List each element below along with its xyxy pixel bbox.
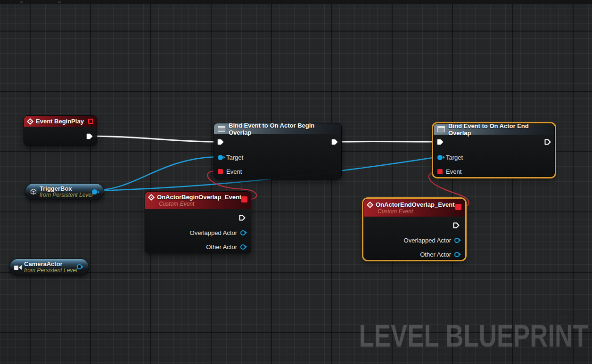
camera-icon — [14, 264, 22, 271]
other-actor-pin[interactable] — [454, 252, 460, 257]
top-edge-bar — [0, 0, 592, 4]
overlapped-actor-pin[interactable] — [240, 230, 246, 235]
trigger-box-icon — [30, 188, 37, 196]
node-title: Bind Event to On Actor Begin Overlap — [229, 122, 337, 136]
target-pin[interactable] — [437, 155, 443, 160]
exec-in-pin[interactable] — [437, 139, 444, 145]
node-title: OnActorEndOverlap_Event — [376, 201, 455, 208]
node-triggerbox-reference[interactable]: TriggerBox from Persistent Level — [25, 183, 104, 200]
node-subtitle: from Persistent Level — [24, 267, 77, 274]
pin-label: Event — [446, 168, 461, 175]
pin-label: Overlapped Actor — [190, 229, 237, 236]
node-subtitle: Custom Event — [378, 209, 461, 215]
pin-label: Other Actor — [420, 251, 451, 258]
node-bind-event-begin-overlap[interactable]: Bind Event to On Actor Begin Overlap Tar… — [214, 123, 342, 179]
event-pin[interactable] — [218, 169, 223, 174]
exec-out-pin[interactable] — [239, 215, 246, 221]
exec-out-pin[interactable] — [331, 139, 338, 145]
node-subtitle: Custom Event — [159, 201, 247, 207]
exec-in-pin[interactable] — [217, 139, 224, 145]
node-on-actor-begin-overlap-event[interactable]: OnActorBeginOverlap_Event Custom Event O… — [145, 191, 251, 253]
object-out-pin[interactable] — [77, 264, 82, 269]
wire-layer — [0, 0, 592, 364]
node-on-actor-end-overlap-event[interactable]: OnActorEndOverlap_Event Custom Event Ove… — [363, 199, 465, 260]
pin-label: Target — [226, 154, 243, 161]
node-event-beginplay[interactable]: Event BeginPlay — [24, 115, 97, 146]
event-pin[interactable] — [437, 169, 443, 174]
exec-out-pin[interactable] — [453, 222, 460, 228]
node-title: Event BeginPlay — [36, 118, 84, 125]
blueprint-graph-canvas[interactable]: LEVEL BLUEPRINT Event BeginPlay Bind Eve… — [0, 0, 592, 364]
exec-wire-beginplay-to-bind-begin[interactable] — [89, 136, 217, 142]
overlapped-actor-pin[interactable] — [454, 238, 460, 243]
exec-out-pin[interactable] — [544, 139, 551, 145]
other-actor-pin[interactable] — [240, 244, 246, 250]
delegate-pin[interactable] — [241, 196, 247, 202]
exec-out-pin[interactable] — [86, 133, 93, 139]
node-title: CameraActor — [24, 261, 77, 267]
object-out-pin[interactable] — [92, 189, 97, 194]
bind-event-icon — [437, 126, 445, 132]
node-subtitle: from Persistent Level — [40, 192, 93, 198]
node-title: Bind Event to On Actor End Overlap — [448, 122, 551, 137]
custom-event-icon — [148, 194, 155, 200]
pin-label: Target — [446, 154, 463, 161]
node-bind-event-end-overlap[interactable]: Bind Event to On Actor End Overlap Targe… — [433, 123, 555, 177]
node-title: OnActorBeginOverlap_Event — [157, 194, 241, 201]
bind-event-icon — [218, 126, 225, 132]
target-pin[interactable] — [218, 155, 223, 160]
custom-event-icon — [367, 201, 373, 208]
node-title: TriggerBox — [40, 186, 93, 192]
pin-label: Other Actor — [206, 243, 237, 251]
pin-label: Event — [226, 168, 242, 175]
delegate-pin[interactable] — [88, 119, 93, 124]
event-icon — [27, 118, 33, 124]
node-cameraactor-reference[interactable]: CameraActor from Persistent Level — [9, 259, 89, 275]
delegate-pin[interactable] — [455, 204, 461, 210]
pin-label: Overlapped Actor — [404, 237, 451, 244]
